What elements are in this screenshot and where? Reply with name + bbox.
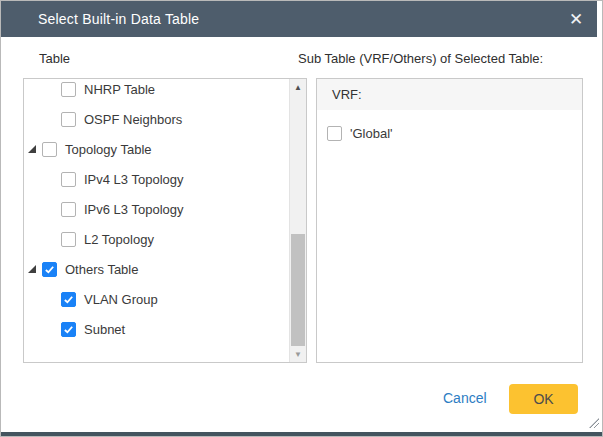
item-label: VLAN Group: [84, 292, 158, 307]
cancel-button[interactable]: Cancel: [443, 390, 487, 406]
item-label: 'Global': [350, 126, 393, 141]
vrf-group-header: VRF:: [317, 79, 582, 110]
scroll-down-icon[interactable]: ▼: [290, 346, 306, 362]
vertical-scrollbar[interactable]: ▲ ▼: [289, 79, 306, 362]
select-builtin-data-table-dialog: Select Built-in Data Table ✕ Table Sub T…: [0, 0, 603, 437]
tree-item-topology-table[interactable]: Topology Table: [24, 134, 289, 164]
item-label: IPv6 L3 Topology: [84, 202, 184, 217]
vrf-list: 'Global': [317, 123, 582, 143]
tree-item-subnet[interactable]: Subnet: [24, 314, 289, 344]
ok-button[interactable]: OK: [509, 384, 578, 414]
item-label: Subnet: [84, 322, 125, 337]
subtable-panel: VRF: 'Global': [316, 78, 583, 363]
checkbox-unchecked[interactable]: [61, 112, 76, 127]
item-label: Topology Table: [65, 142, 152, 157]
item-label: Others Table: [65, 262, 138, 277]
resize-grip-icon[interactable]: [589, 418, 599, 428]
tree-item-ipv6-l3-topology[interactable]: IPv6 L3 Topology: [24, 194, 289, 224]
checkbox-checked[interactable]: [61, 292, 76, 307]
subtable-panel-label: Sub Table (VRF/Others) of Selected Table…: [298, 51, 543, 66]
checkbox-unchecked[interactable]: [327, 126, 342, 141]
checkbox-unchecked[interactable]: [61, 232, 76, 247]
item-label: NHRP Table: [84, 82, 155, 97]
checkbox-unchecked[interactable]: [42, 142, 57, 157]
checkbox-checked[interactable]: [61, 322, 76, 337]
table-tree: NHRP TableOSPF NeighborsTopology TableIP…: [24, 78, 289, 362]
tree-item-nhrp-table[interactable]: NHRP Table: [24, 78, 289, 104]
tree-item-others-table[interactable]: Others Table: [24, 254, 289, 284]
checkbox-checked[interactable]: [42, 262, 57, 277]
checkmark-icon: [44, 264, 55, 275]
checkmark-icon: [63, 324, 74, 335]
expander-down-icon[interactable]: [28, 265, 36, 273]
tree-item-global[interactable]: 'Global': [317, 123, 582, 143]
table-panel-label: Table: [39, 51, 70, 66]
item-label: OSPF Neighbors: [84, 112, 182, 127]
dialog-titlebar: Select Built-in Data Table: [1, 1, 597, 37]
window-bottom-edge: [1, 432, 602, 436]
checkbox-unchecked[interactable]: [61, 172, 76, 187]
table-list: NHRP TableOSPF NeighborsTopology TableIP…: [23, 78, 307, 363]
scroll-up-icon[interactable]: ▲: [290, 79, 306, 95]
checkbox-unchecked[interactable]: [61, 82, 76, 97]
tree-item-ipv4-l3-topology[interactable]: IPv4 L3 Topology: [24, 164, 289, 194]
scrollbar-thumb[interactable]: [291, 234, 305, 346]
tree-item-ospf-neighbors[interactable]: OSPF Neighbors: [24, 104, 289, 134]
checkmark-icon: [63, 294, 74, 305]
checkbox-unchecked[interactable]: [61, 202, 76, 217]
item-label: L2 Topology: [84, 232, 154, 247]
tree-item-l2-topology[interactable]: L2 Topology: [24, 224, 289, 254]
tree-item-vlan-group[interactable]: VLAN Group: [24, 284, 289, 314]
item-label: IPv4 L3 Topology: [84, 172, 184, 187]
close-icon[interactable]: ✕: [562, 1, 590, 37]
dialog-title: Select Built-in Data Table: [1, 11, 199, 27]
expander-down-icon[interactable]: [28, 145, 36, 153]
